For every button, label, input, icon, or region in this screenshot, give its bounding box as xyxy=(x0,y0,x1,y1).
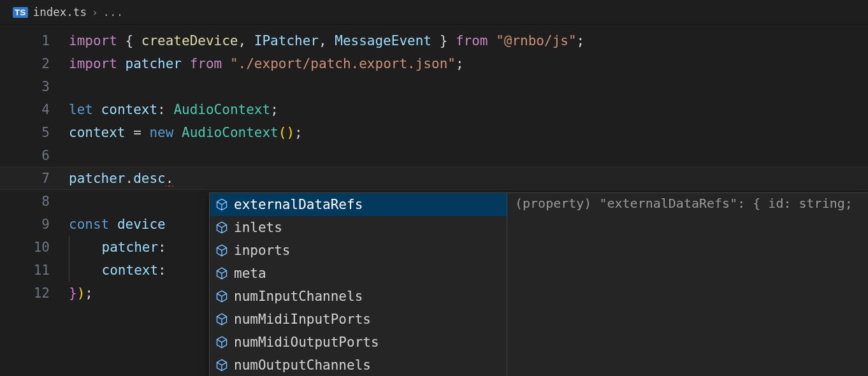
field-icon xyxy=(215,312,229,326)
line-number: 10 xyxy=(0,236,50,259)
line-number: 6 xyxy=(0,144,50,167)
breadcrumb-filename[interactable]: index.ts xyxy=(33,6,87,18)
autocomplete-detail: (property) "externalDataRefs": { id: str… xyxy=(507,193,868,376)
autocomplete-item[interactable]: externalDataRefs xyxy=(210,193,507,216)
error-squiggle: . xyxy=(166,171,174,189)
line-number: 9 xyxy=(0,213,50,236)
line-number: 11 xyxy=(0,259,50,282)
chevron-right-icon: › xyxy=(92,6,98,18)
breadcrumb[interactable]: TS index.ts › ... xyxy=(0,0,868,24)
typescript-file-icon: TS xyxy=(13,7,28,18)
field-icon xyxy=(215,358,229,372)
autocomplete-item[interactable]: numMidiInputPorts xyxy=(210,308,507,331)
line-number: 4 xyxy=(0,98,50,121)
autocomplete-item[interactable]: numInputChannels xyxy=(210,285,507,308)
line-number: 1 xyxy=(0,29,50,52)
autocomplete-item[interactable]: inports xyxy=(210,239,507,262)
field-icon xyxy=(215,289,229,303)
field-icon xyxy=(215,198,229,212)
autocomplete-item-label: externalDataRefs xyxy=(234,197,363,212)
autocomplete-item-label: numMidiOutputPorts xyxy=(234,335,379,350)
field-icon xyxy=(215,243,229,257)
line-number: 8 xyxy=(0,190,50,213)
autocomplete-item[interactable]: numMidiOutputPorts xyxy=(210,331,507,354)
line-number: 12 xyxy=(0,282,50,305)
line-number-gutter: 1 2 3 4 5 6 7 8 9 10 11 12 xyxy=(0,29,69,305)
autocomplete-popup[interactable]: externalDataRefs inlets inports meta num… xyxy=(209,192,868,376)
code-line[interactable]: context = new AudioContext(); xyxy=(69,121,868,144)
field-icon xyxy=(215,335,229,349)
autocomplete-item[interactable]: numOutputChannels xyxy=(210,354,507,376)
line-number: 3 xyxy=(0,75,50,98)
autocomplete-item-label: inports xyxy=(234,243,291,258)
autocomplete-item-label: inlets xyxy=(234,220,282,235)
autocomplete-list[interactable]: externalDataRefs inlets inports meta num… xyxy=(210,193,507,376)
autocomplete-item[interactable]: meta xyxy=(210,262,507,285)
breadcrumb-symbol[interactable]: ... xyxy=(103,6,124,18)
line-number: 5 xyxy=(0,121,50,144)
autocomplete-item-label: meta xyxy=(234,266,266,281)
code-line[interactable]: patcher.desc. xyxy=(69,167,868,190)
autocomplete-item[interactable]: inlets xyxy=(210,216,507,239)
code-line[interactable]: import patcher from "./export/patch.expo… xyxy=(69,52,868,75)
field-icon xyxy=(215,266,229,280)
autocomplete-item-label: numOutputChannels xyxy=(234,358,371,373)
autocomplete-item-label: numInputChannels xyxy=(234,289,363,304)
field-icon xyxy=(215,221,229,235)
code-line[interactable] xyxy=(69,144,868,167)
code-line[interactable] xyxy=(69,75,868,98)
code-line[interactable]: import { createDevice, IPatcher, Message… xyxy=(69,29,868,52)
code-line[interactable]: let context: AudioContext; xyxy=(69,98,868,121)
line-number: 7 xyxy=(0,167,50,190)
autocomplete-item-label: numMidiInputPorts xyxy=(234,312,371,327)
line-number: 2 xyxy=(0,52,50,75)
